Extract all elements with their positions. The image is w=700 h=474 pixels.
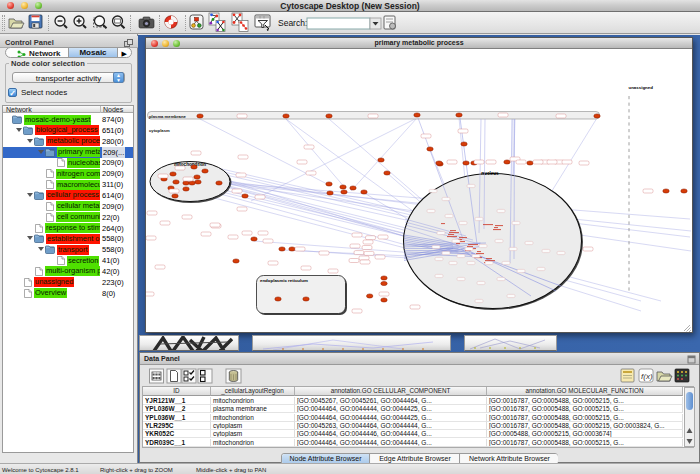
- svg-text:nucleus: nucleus: [481, 171, 499, 176]
- svg-text:endoplasmic reticulum: endoplasmic reticulum: [260, 278, 308, 283]
- svg-text:plasma membrane: plasma membrane: [149, 114, 186, 119]
- svg-text:cytoplasm: cytoplasm: [149, 128, 170, 133]
- svg-text:Search:: Search:: [278, 18, 307, 28]
- svg-text:f(x): f(x): [641, 372, 653, 381]
- svg-text:unassigned: unassigned: [629, 85, 654, 90]
